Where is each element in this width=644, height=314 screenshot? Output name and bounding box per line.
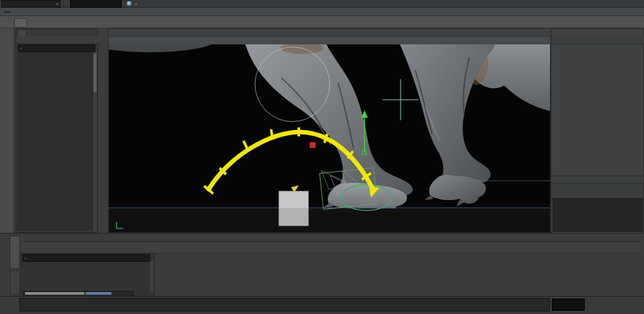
outliner-tree [17, 52, 95, 231]
viewport-scene [109, 44, 550, 232]
ground-plane [109, 208, 550, 232]
layer-editor [551, 176, 643, 233]
outliner-panel: ⌕ [15, 28, 98, 233]
character-set-icon [127, 1, 131, 6]
channel-box-panel [551, 28, 644, 233]
snap-crosshair [383, 79, 419, 120]
main-menu-bar [0, 8, 644, 16]
menu-grip-icon [4, 11, 10, 13]
graph-editor-search-input[interactable] [28, 255, 149, 261]
graph-editor-search: ⌕ [23, 254, 150, 262]
viewport-menu-bar [109, 29, 553, 36]
graph-editor-toolbar [22, 241, 640, 254]
character-set-select[interactable]: ▾ [127, 1, 137, 6]
search-icon: ⌕ [19, 46, 23, 51]
viewport-panel [108, 28, 551, 233]
graph-editor-outliner: ⌕ [21, 253, 155, 298]
graph-editor-curve-view[interactable] [153, 253, 644, 297]
outliner-search-input[interactable] [23, 46, 95, 51]
viewport-canvas[interactable] [109, 44, 550, 232]
maya-window: ▾ ▾ ⌕ [0, 0, 644, 314]
time-slider-bar [0, 296, 644, 314]
raptor-legs-model[interactable] [109, 44, 550, 217]
menu-set-select[interactable]: ▾ [1, 0, 61, 8]
selected-key-marker[interactable] [310, 142, 316, 148]
outliner-menu-bar [16, 36, 100, 44]
search-icon: ⌕ [23, 256, 28, 261]
outliner-search: ⌕ [18, 44, 95, 52]
time-slider[interactable] [19, 298, 550, 311]
tab-time-editor[interactable] [10, 270, 20, 295]
status-bar: ▾ ▾ [0, 0, 644, 8]
divider [63, 1, 64, 6]
outliner-scrollbar[interactable] [93, 52, 97, 231]
current-frame-field[interactable] [552, 299, 585, 311]
shelf [0, 16, 644, 28]
layer-list [553, 198, 643, 232]
graph-editor-panel: ⌕ [0, 233, 644, 296]
tab-graph-editor[interactable] [10, 236, 20, 269]
toolbox [0, 28, 14, 233]
shelf-tab[interactable] [14, 18, 27, 28]
chevron-down-icon: ▾ [56, 2, 58, 6]
layer-editor-menu-bar [551, 176, 643, 183]
channel-box-object-name[interactable] [553, 44, 641, 51]
channel-box-menu-bar [551, 37, 644, 44]
chevron-down-icon: ▾ [135, 2, 137, 6]
quick-selection-field[interactable] [70, 0, 122, 8]
proxy-cube[interactable] [279, 191, 308, 226]
